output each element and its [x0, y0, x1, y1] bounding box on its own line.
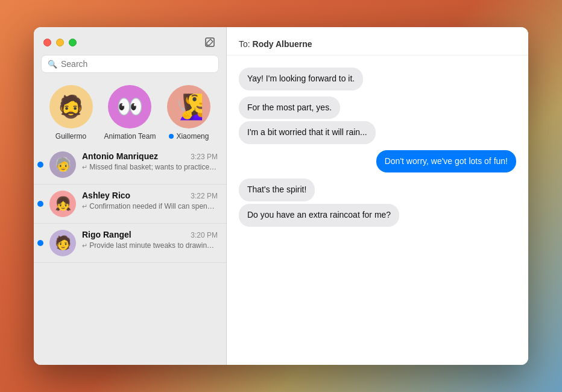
- compose-button[interactable]: [203, 36, 216, 49]
- message-group: For the most part, yes. I'm a bit worrie…: [239, 96, 516, 144]
- message-header: Ashley Rico 3:22 PM: [82, 191, 218, 200]
- list-item[interactable]: 🧓 Antonio Manriquez 3:23 PM ↵ Missed fin…: [34, 145, 226, 185]
- avatar-animation-team: 👀: [108, 85, 151, 128]
- avatar: 🧓: [49, 151, 76, 178]
- right-panel: To: Rody Albuerne Yay! I'm looking forwa…: [227, 27, 528, 365]
- message-preview: ↵ Provide last minute tweaks to drawings…: [82, 241, 218, 251]
- message-group: That's the spirit! Do you have an extra …: [239, 179, 516, 226]
- to-label: To:: [239, 39, 250, 49]
- message-time: 3:20 PM: [191, 231, 218, 239]
- traffic-lights: [43, 39, 77, 46]
- reply-icon: ↵: [82, 163, 87, 171]
- reply-icon: ↵: [82, 203, 87, 210]
- message-bubble: For the most part, yes.: [239, 96, 340, 119]
- message-content: Rigo Rangel 3:20 PM ↵ Provide last minut…: [82, 230, 218, 251]
- contact-name-xiaomeng: Xiaomeng: [169, 132, 209, 141]
- chat-header: To: Rody Albuerne: [227, 27, 528, 55]
- message-bubble: Do you have an extra raincoat for me?: [239, 204, 399, 227]
- message-bubble: Yay! I'm looking forward to it.: [239, 68, 363, 90]
- message-preview: ↵ Missed final basket; wants to practice…: [82, 162, 218, 172]
- recipient-name: Rody Albuerne: [253, 39, 312, 49]
- list-item[interactable]: 🧑 Rigo Rangel 3:20 PM ↵ Provide last min…: [34, 224, 226, 263]
- sender-name: Antonio Manriquez: [82, 151, 158, 161]
- minimize-button[interactable]: [56, 39, 64, 46]
- message-group: Yay! I'm looking forward to it.: [239, 68, 516, 90]
- messages-window: 🔍 🧔 Guillermo 👀 Ani: [34, 27, 528, 365]
- online-indicator: [169, 134, 174, 139]
- pinned-contact-guillermo[interactable]: 🧔 Guillermo: [49, 85, 93, 141]
- avatar-guillermo: 🧔: [49, 85, 93, 128]
- chat-messages: Yay! I'm looking forward to it. For the …: [227, 55, 528, 365]
- search-bar[interactable]: 🔍: [41, 55, 219, 73]
- message-content: Antonio Manriquez 3:23 PM ↵ Missed final…: [82, 151, 218, 172]
- unread-indicator: [37, 240, 43, 246]
- sender-name: Ashley Rico: [82, 191, 130, 200]
- message-bubble: I'm a bit worried that it will rain...: [239, 121, 376, 144]
- message-header: Antonio Manriquez 3:23 PM: [82, 151, 218, 161]
- message-bubble: Don't worry, we've got lots of fun!: [376, 150, 516, 173]
- pinned-contact-animation-team[interactable]: 👀 Animation Team: [104, 85, 156, 141]
- unread-indicator: [37, 162, 43, 168]
- search-input[interactable]: [61, 59, 212, 69]
- message-bubble: That's the spirit!: [239, 179, 315, 201]
- avatar: 👧: [49, 191, 76, 217]
- close-button[interactable]: [43, 39, 51, 46]
- message-header: Rigo Rangel 3:20 PM: [82, 230, 218, 239]
- avatar: 🧑: [49, 230, 76, 256]
- list-item[interactable]: 👧 Ashley Rico 3:22 PM ↵ Confirmation nee…: [34, 185, 226, 224]
- left-panel: 🔍 🧔 Guillermo 👀 Ani: [34, 27, 227, 365]
- contact-name-animation-team: Animation Team: [104, 132, 156, 141]
- sender-name: Rigo Rangel: [82, 230, 131, 239]
- avatar-xiaomeng: 🧏‍♀️: [167, 85, 210, 128]
- contact-name-guillermo: Guillermo: [55, 132, 86, 141]
- pinned-contacts: 🧔 Guillermo 👀 Animation Team 🧏‍♀️: [34, 79, 226, 145]
- message-time: 3:23 PM: [191, 153, 218, 161]
- unread-indicator: [37, 201, 43, 207]
- reply-icon: ↵: [82, 242, 87, 249]
- message-list: 🧓 Antonio Manriquez 3:23 PM ↵ Missed fin…: [34, 145, 226, 365]
- message-group: Don't worry, we've got lots of fun!: [239, 150, 516, 173]
- message-time: 3:22 PM: [191, 192, 218, 200]
- message-preview: ↵ Confirmation needed if Will can spend …: [82, 201, 218, 212]
- pinned-contact-xiaomeng[interactable]: 🧏‍♀️ Xiaomeng: [167, 85, 210, 141]
- maximize-button[interactable]: [69, 39, 77, 46]
- chat-recipient: To: Rody Albuerne: [239, 39, 516, 49]
- search-icon: 🔍: [48, 60, 57, 69]
- title-bar: [34, 27, 226, 55]
- message-content: Ashley Rico 3:22 PM ↵ Confirmation neede…: [82, 191, 218, 212]
